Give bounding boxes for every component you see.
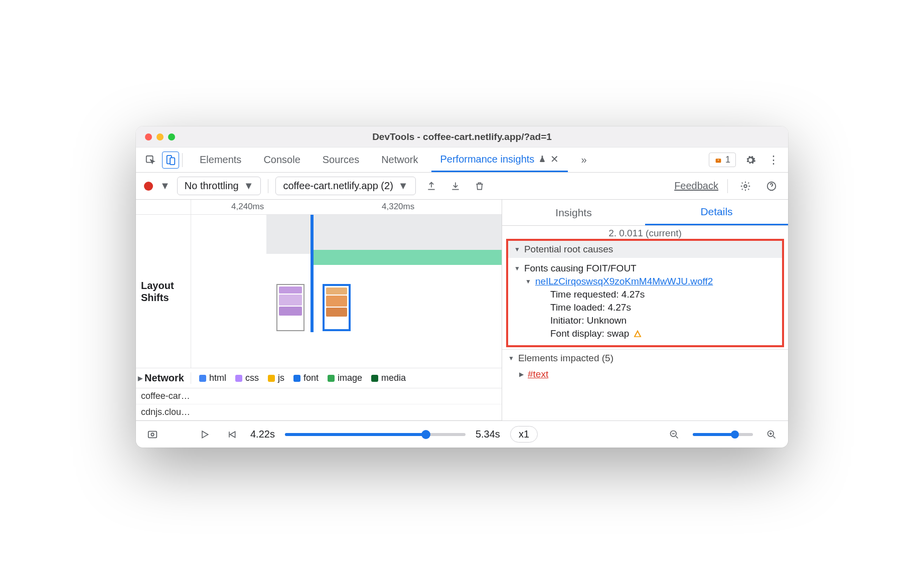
record-button[interactable] (144, 182, 153, 191)
tab-sources[interactable]: Sources (314, 148, 368, 172)
svg-rect-3 (716, 159, 721, 163)
time-tick: 4,240ms (231, 202, 264, 212)
warning-icon (714, 156, 722, 164)
time-tick: 4,320ms (382, 202, 414, 212)
network-legend: html css js font image media (191, 373, 406, 383)
tabrow-right: 1 ⋮ (709, 152, 782, 169)
devtools-window: DevTools - coffee-cart.netlify.app/?ad=1… (136, 126, 788, 448)
detail-line-peek: 2. 0.011 (current) (502, 226, 788, 239)
page-select[interactable]: coffee-cart.netlify.app (2) ▼ (275, 177, 415, 195)
issues-badge[interactable]: 1 (709, 153, 736, 167)
right-tabs: Insights Details (502, 200, 788, 226)
network-file-row[interactable]: coffee-car… (136, 388, 502, 404)
playback-speed[interactable]: x1 (510, 426, 538, 443)
legend-image: image (328, 373, 362, 383)
warning-icon (633, 329, 642, 338)
export-icon[interactable] (423, 178, 440, 195)
details-content: 2. 0.011 (current) ▼ Potential root caus… (502, 226, 788, 420)
seek-slider[interactable] (285, 433, 466, 436)
scrub-start-time: 4.22s (250, 428, 275, 440)
throttling-select[interactable]: No throttling ▼ (177, 177, 261, 195)
zoom-in-icon[interactable] (763, 426, 780, 443)
tab-network[interactable]: Network (372, 148, 427, 172)
impacted-element-link[interactable]: #text (528, 369, 548, 380)
tab-details[interactable]: Details (645, 200, 788, 225)
tab-console[interactable]: Console (254, 148, 309, 172)
layout-shifts-label: Layout Shifts (136, 215, 191, 368)
page-select-label: coffee-cart.netlify.app (2) (283, 180, 393, 192)
record-dropdown-icon[interactable]: ▼ (160, 180, 170, 192)
content-area: 4,240ms 4,320ms Layout Shifts (136, 200, 788, 420)
close-tab-icon[interactable]: ✕ (550, 153, 559, 165)
panel-settings-icon[interactable] (737, 178, 754, 195)
section-title: Elements impacted (5) (518, 353, 613, 364)
tree-node-font-file[interactable]: ▼ neILzCirqoswsqX9zoKmM4MwWJU.woff2 (514, 275, 776, 288)
zoom-slider[interactable] (693, 433, 753, 436)
network-file-row[interactable]: cdnjs.clou… (136, 404, 502, 420)
section-root-causes[interactable]: ▼ Potential root causes (508, 241, 782, 258)
legend-media: media (371, 373, 406, 383)
settings-icon[interactable] (742, 152, 759, 169)
skip-start-icon[interactable] (223, 426, 240, 443)
playhead[interactable] (311, 215, 314, 332)
traffic-lights (136, 133, 175, 140)
screenshot-thumbnail-selected[interactable] (323, 284, 351, 331)
tab-elements[interactable]: Elements (191, 148, 250, 172)
highlighted-section: ▼ Potential root causes ▼ Fonts causing … (506, 239, 784, 347)
inspect-icon[interactable] (142, 152, 159, 169)
tab-label: Performance insights (440, 154, 535, 165)
network-header-row: ▶ Network html css js font image media (136, 368, 502, 388)
font-file-link[interactable]: neILzCirqoswsqX9zoKmM4MwWJU.woff2 (535, 276, 713, 287)
svg-point-5 (744, 185, 747, 188)
layout-shifts-track[interactable] (191, 215, 502, 368)
collapse-icon: ▼ (514, 265, 520, 272)
minimize-window-button[interactable] (157, 133, 164, 140)
throttling-label: No throttling (185, 180, 239, 192)
timeline-region (311, 250, 502, 265)
root-causes-tree: ▼ Fonts causing FOIT/FOUT ▼ neILzCirqosw… (508, 258, 782, 345)
detail-font-display: Font display: swap (514, 327, 776, 340)
zoom-window-button[interactable] (168, 133, 175, 140)
tab-performance-insights[interactable]: Performance insights ✕ (431, 148, 568, 172)
impacted-element[interactable]: ▶ #text (502, 367, 788, 380)
chevron-down-icon: ▼ (398, 180, 408, 192)
close-window-button[interactable] (145, 133, 152, 140)
perf-toolbar: ▼ No throttling ▼ coffee-cart.netlify.ap… (136, 173, 788, 200)
title-bar: DevTools - coffee-cart.netlify.app/?ad=1 (136, 126, 788, 148)
tree-node-fonts[interactable]: ▼ Fonts causing FOIT/FOUT (514, 262, 776, 275)
more-tabs-button[interactable]: » (572, 148, 595, 172)
screenshot-thumbnail[interactable] (276, 284, 304, 331)
play-icon[interactable] (196, 426, 213, 443)
delete-icon[interactable] (471, 178, 488, 195)
collapse-icon: ▼ (514, 246, 520, 253)
legend-html: html (199, 373, 226, 383)
timeline-region (266, 215, 502, 254)
svg-rect-9 (148, 431, 157, 438)
network-label[interactable]: ▶ Network (136, 372, 191, 384)
expand-icon: ▶ (138, 375, 142, 382)
playback-bar: 4.22s 5.34s x1 (136, 420, 788, 448)
feedback-link[interactable]: Feedback (674, 180, 718, 192)
detail-initiator: Initiator: Unknown (514, 314, 776, 327)
chevron-down-icon: ▼ (244, 180, 254, 192)
layout-shifts-row: Layout Shifts (136, 215, 502, 368)
kebab-menu-icon[interactable]: ⋮ (765, 152, 782, 169)
tab-insights[interactable]: Insights (502, 200, 645, 225)
zoom-out-icon[interactable] (666, 426, 683, 443)
svg-rect-8 (638, 335, 639, 336)
flask-icon (538, 155, 546, 163)
expand-icon: ▶ (519, 371, 524, 378)
scrub-end-time: 5.34s (476, 428, 500, 440)
device-toggle-icon[interactable] (162, 152, 179, 169)
help-icon[interactable] (763, 178, 780, 195)
svg-rect-2 (170, 158, 175, 165)
collapse-icon: ▼ (508, 355, 514, 362)
import-icon[interactable] (447, 178, 464, 195)
svg-rect-4 (718, 160, 719, 160)
toggle-visibility-icon[interactable] (144, 426, 161, 443)
section-elements-impacted[interactable]: ▼ Elements impacted (5) (502, 350, 788, 367)
svg-rect-7 (638, 333, 639, 335)
timeline-pane: 4,240ms 4,320ms Layout Shifts (136, 200, 502, 420)
section-title: Potential root causes (524, 244, 613, 255)
legend-font: font (293, 373, 319, 383)
